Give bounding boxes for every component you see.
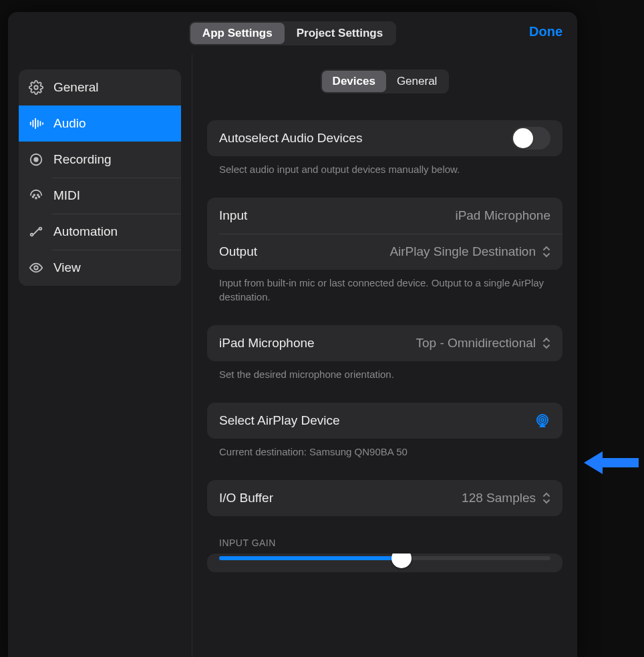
sidebar-item-recording[interactable]: Recording <box>19 142 181 178</box>
autoselect-block: Autoselect Audio Devices Select audio in… <box>207 120 562 176</box>
airplay-icon <box>534 413 550 429</box>
automation-icon <box>28 224 44 240</box>
sidebar-item-general[interactable]: General <box>19 69 181 105</box>
updown-icon <box>542 492 550 504</box>
svg-marker-21 <box>584 451 639 474</box>
svg-point-12 <box>33 194 35 196</box>
buffer-block: I/O Buffer 128 Samples <box>207 480 562 516</box>
airplay-label: Select AirPlay Device <box>219 413 340 428</box>
sidebar-item-label: MIDI <box>53 188 80 203</box>
content-pane: Devices General Autoselect Audio Devices… <box>192 55 577 657</box>
settings-sheet: App Settings Project Settings Done Gener… <box>8 12 577 657</box>
sidebar-item-view[interactable]: View <box>19 250 181 286</box>
midi-icon <box>28 188 44 204</box>
header-segmented-control: App Settings Project Settings <box>189 21 396 45</box>
input-label: Input <box>219 208 247 223</box>
gain-header: INPUT GAIN <box>207 537 562 554</box>
sidebar-item-midi[interactable]: MIDI <box>19 178 181 214</box>
subtab-general[interactable]: General <box>386 71 448 92</box>
waveform-icon <box>28 116 44 132</box>
autoselect-toggle[interactable] <box>512 127 550 150</box>
input-value: iPad Microphone <box>455 208 550 223</box>
sidebar-item-label: General <box>53 80 99 95</box>
buffer-label: I/O Buffer <box>219 491 273 505</box>
mic-note: Set the desired microphone orientation. <box>207 361 562 381</box>
gain-slider[interactable] <box>219 556 550 560</box>
sub-segmented-control: Devices General <box>321 69 450 93</box>
done-button[interactable]: Done <box>529 24 562 39</box>
io-block: Input iPad Microphone Output AirPlay Sin… <box>207 198 562 304</box>
buffer-value: 128 Samples <box>462 491 550 505</box>
updown-icon <box>542 246 550 258</box>
record-icon <box>28 152 44 168</box>
sidebar-item-label: View <box>53 260 81 275</box>
tab-app-settings[interactable]: App Settings <box>190 23 285 44</box>
svg-point-9 <box>33 196 34 198</box>
airplay-block: Select AirPlay Device Current destinatio… <box>207 403 562 459</box>
svg-point-16 <box>34 266 38 270</box>
autoselect-row: Autoselect Audio Devices <box>207 120 562 156</box>
sidebar-item-label: Automation <box>53 224 118 239</box>
mic-block: iPad Microphone Top - Omnidirectional Se… <box>207 325 562 381</box>
sidebar: General Audio Recording <box>8 55 192 657</box>
input-row[interactable]: Input iPad Microphone <box>207 198 562 234</box>
gain-block: INPUT GAIN <box>207 537 562 572</box>
airplay-note: Current destination: Samsung QN90BA 50 <box>207 439 562 459</box>
tab-project-settings[interactable]: Project Settings <box>285 23 395 44</box>
io-note: Input from built-in mic or last connecte… <box>207 270 562 304</box>
buffer-row[interactable]: I/O Buffer 128 Samples <box>207 480 562 516</box>
svg-point-19 <box>541 419 544 421</box>
mic-value: Top - Omnidirectional <box>416 336 550 351</box>
subtab-devices[interactable]: Devices <box>322 71 386 92</box>
mic-label: iPad Microphone <box>219 336 315 351</box>
output-label: Output <box>219 244 257 259</box>
output-value: AirPlay Single Destination <box>389 244 550 259</box>
svg-point-0 <box>34 85 38 89</box>
annotation-arrow <box>584 449 639 477</box>
sidebar-item-label: Audio <box>53 116 86 131</box>
sidebar-item-automation[interactable]: Automation <box>19 214 181 250</box>
airplay-row[interactable]: Select AirPlay Device <box>207 403 562 439</box>
sidebar-item-audio[interactable]: Audio <box>19 105 181 142</box>
svg-point-8 <box>34 158 38 162</box>
updown-icon <box>542 337 550 349</box>
autoselect-note: Select audio input and output devices ma… <box>207 156 562 176</box>
sheet-header: App Settings Project Settings Done <box>8 12 577 55</box>
svg-point-18 <box>539 417 546 423</box>
gain-slider-fill <box>219 556 401 560</box>
eye-icon <box>28 260 44 276</box>
output-row[interactable]: Output AirPlay Single Destination <box>207 234 562 270</box>
autoselect-label: Autoselect Audio Devices <box>219 131 362 146</box>
sidebar-group: General Audio Recording <box>19 69 181 286</box>
svg-point-10 <box>35 198 37 199</box>
svg-point-13 <box>37 194 39 196</box>
mic-row[interactable]: iPad Microphone Top - Omnidirectional <box>207 325 562 361</box>
sidebar-item-label: Recording <box>53 152 112 167</box>
gain-slider-thumb[interactable] <box>391 554 412 568</box>
svg-point-11 <box>39 196 40 198</box>
gear-icon <box>28 79 44 95</box>
